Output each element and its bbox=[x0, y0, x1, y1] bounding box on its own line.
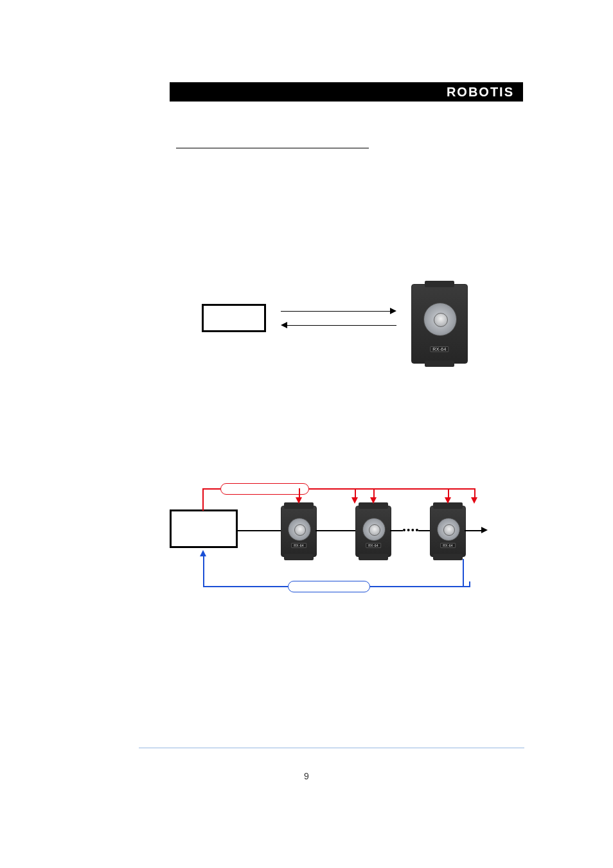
fig2-controller-box bbox=[170, 509, 238, 548]
fig2-red-drop-servo2-v bbox=[373, 488, 375, 497]
brand-logo: ROBOTIS bbox=[447, 85, 514, 100]
fig2-blue-seg-left-of-bubble bbox=[204, 586, 288, 587]
fig2-blue-seg-right-of-bubble bbox=[370, 586, 464, 587]
fig2-bus-end-arrow-icon bbox=[481, 527, 488, 533]
servo-horn-inner bbox=[443, 524, 455, 536]
fig2-status-packet-bubble bbox=[288, 581, 370, 592]
fig2-blue-right-hook bbox=[469, 581, 470, 587]
fig2-red-stub-from-controller bbox=[202, 488, 204, 511]
fig2-red-drop-servo2-arrow-icon bbox=[370, 497, 377, 504]
fig2-blue-drop-from-servoN bbox=[463, 559, 464, 587]
fig1-instruction-arrowhead-icon bbox=[390, 308, 396, 314]
servo-horn-inner bbox=[434, 313, 448, 327]
page-number: 9 bbox=[0, 771, 613, 781]
fig2-red-drop-servo1-v bbox=[299, 488, 300, 497]
servo-horn-inner bbox=[294, 524, 306, 536]
fig2-blue-rise-to-controller bbox=[203, 556, 204, 587]
fig2-red-drop2-arrow-icon bbox=[471, 497, 477, 504]
fig1-servo: RX-64 bbox=[411, 284, 468, 364]
fig2-instruction-packet-bubble bbox=[220, 483, 309, 495]
fig2-red-drop1-arrow-icon bbox=[351, 497, 358, 504]
fig2-servo-3: RX-64 bbox=[430, 506, 466, 557]
fig2-red-horizontal-ext bbox=[355, 488, 450, 490]
footer-separator bbox=[139, 747, 524, 748]
fig2-servo-2: RX-64 bbox=[355, 506, 391, 557]
section-underline bbox=[176, 148, 369, 148]
fig2-red-drop-servo3-v bbox=[448, 488, 449, 497]
servo-model-label: RX-64 bbox=[440, 543, 456, 548]
fig2-red-drop-servo3-arrow-icon bbox=[445, 497, 451, 504]
servo-model-label: RX-64 bbox=[366, 543, 381, 548]
servo-horn-outer bbox=[362, 518, 386, 541]
servo-mount-bottom bbox=[284, 554, 314, 560]
servo-model-label: RX-64 bbox=[430, 346, 449, 352]
brand-header-bar: ROBOTIS bbox=[170, 82, 523, 102]
servo-mount-bottom bbox=[433, 554, 463, 560]
servo-model-label: RX-64 bbox=[291, 543, 306, 548]
fig2-bus-ellipsis-icon bbox=[403, 529, 418, 531]
fig2-bus-seg-s3-out bbox=[465, 530, 481, 531]
fig1-controller-box bbox=[202, 304, 266, 332]
fig2-bus-seg-s2-to-gap bbox=[390, 530, 403, 531]
fig2-bus-seg-s1-to-s2 bbox=[315, 530, 355, 531]
servo-horn-outer bbox=[437, 518, 460, 541]
fig2-red-into-bubble bbox=[202, 488, 220, 490]
servo-horn-inner bbox=[369, 524, 380, 536]
fig2-blue-into-controller-arrow-icon bbox=[200, 550, 206, 556]
servo-mount-top bbox=[425, 281, 454, 287]
fig2-bus-seg-ctrl-to-s1 bbox=[238, 530, 281, 531]
fig1-status-arrow-line bbox=[287, 325, 396, 326]
page-root: ROBOTIS RX-64 bbox=[0, 0, 613, 868]
servo-horn-outer bbox=[288, 518, 311, 541]
fig1-status-arrowhead-icon bbox=[281, 322, 287, 328]
servo-mount-bottom bbox=[425, 360, 454, 367]
servo-horn-outer bbox=[423, 303, 457, 336]
fig2-red-drop1-v bbox=[355, 488, 356, 497]
fig2-servo-1: RX-64 bbox=[281, 506, 317, 557]
fig1-instruction-arrow-line bbox=[281, 311, 390, 312]
servo-mount-bottom bbox=[359, 554, 388, 560]
fig2-red-drop-servo1-arrow-icon bbox=[296, 497, 302, 504]
fig2-bus-seg-gap-to-s3 bbox=[418, 530, 430, 531]
fig2-red-drop2-v bbox=[474, 488, 475, 497]
